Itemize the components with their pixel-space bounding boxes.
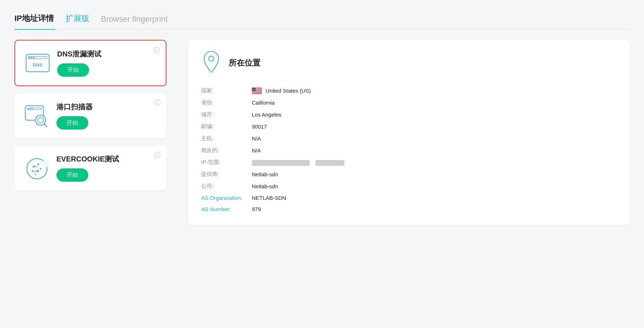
port-icon bbox=[25, 105, 49, 127]
field-value-provider: Netlab-sdn bbox=[252, 168, 617, 180]
ip-range-blurred bbox=[252, 160, 310, 166]
country-value: United States (US) bbox=[266, 88, 311, 94]
evercookie-help-icon[interactable]: ⓘ bbox=[154, 151, 161, 159]
dns-leak-card: ⓘ DNS DNS泄漏测试 开始 bbox=[14, 40, 166, 86]
main-content: ⓘ DNS DNS泄漏测试 开始 bbox=[14, 40, 630, 225]
svg-rect-29 bbox=[252, 92, 262, 92]
svg-point-18 bbox=[32, 170, 34, 172]
tab-browser-fp[interactable]: Browser fingerprint bbox=[101, 10, 179, 29]
table-row: 主机: N/A bbox=[201, 133, 617, 144]
dns-card-title: DNS泄漏测试 bbox=[57, 49, 101, 59]
svg-text:★★★: ★★★ bbox=[252, 88, 258, 89]
table-row: 邮编: 90017 bbox=[201, 121, 617, 133]
tabs-bar: IP地址详情 扩展版 Browser fingerprint bbox=[14, 9, 630, 30]
left-panel: ⓘ DNS DNS泄漏测试 开始 bbox=[14, 40, 166, 225]
svg-point-22 bbox=[209, 56, 214, 61]
field-value-province: California bbox=[252, 97, 617, 109]
table-row: 公司: Netlab-sdn bbox=[201, 180, 617, 192]
location-pin-icon bbox=[201, 50, 221, 76]
svg-line-13 bbox=[44, 124, 47, 127]
table-row: 省份: California bbox=[201, 97, 617, 109]
field-label-company: 公司: bbox=[201, 180, 252, 192]
port-card-title: 港口扫描器 bbox=[56, 102, 93, 112]
port-scanner-card: ⓘ 港口扫描器 开始 bbox=[14, 93, 166, 138]
evercookie-card: ⓘ bbox=[14, 146, 166, 190]
field-value-asorg: NETLAB-SDN bbox=[252, 192, 617, 203]
svg-point-9 bbox=[30, 108, 31, 109]
field-value-country: ★★ ★★★ United States (US) bbox=[252, 85, 617, 97]
field-label-asorg: AS Organization: bbox=[201, 192, 252, 203]
port-start-button[interactable]: 开始 bbox=[56, 116, 88, 130]
svg-text:DNS: DNS bbox=[33, 62, 43, 68]
field-value-reverse: N/A bbox=[252, 144, 617, 156]
svg-point-2 bbox=[29, 57, 30, 58]
svg-point-3 bbox=[31, 57, 32, 58]
field-value-company: Netlab-sdn bbox=[252, 180, 617, 192]
field-label-provider: 提供商: bbox=[201, 168, 252, 180]
svg-rect-28 bbox=[252, 91, 262, 91]
location-title: 所在位置 bbox=[229, 58, 260, 68]
table-row: 城市: Los Angeles bbox=[201, 109, 617, 121]
field-label-zip: 邮编: bbox=[201, 121, 252, 133]
evercookie-card-body: EVERCOOKIE测试 开始 bbox=[56, 154, 119, 182]
tab-extended[interactable]: 扩展版 bbox=[65, 9, 101, 29]
us-flag-icon: ★★ ★★★ bbox=[252, 88, 262, 94]
dns-start-button[interactable]: 开始 bbox=[57, 63, 89, 77]
field-label-asnumber: AS Number: bbox=[201, 203, 252, 215]
dns-help-icon[interactable]: ⓘ bbox=[153, 46, 160, 54]
location-info-table: 国家: bbox=[201, 85, 617, 215]
field-value-asnumber: 979 bbox=[252, 203, 617, 215]
evercookie-card-title: EVERCOOKIE测试 bbox=[56, 154, 119, 164]
svg-point-15 bbox=[42, 160, 49, 167]
right-panel: 所在位置 国家: bbox=[188, 40, 630, 225]
svg-point-4 bbox=[33, 57, 34, 58]
svg-point-21 bbox=[35, 174, 36, 175]
field-value-zip: 90017 bbox=[252, 121, 617, 133]
port-help-icon[interactable]: ⓘ bbox=[154, 98, 161, 107]
dns-card-body: DNS泄漏测试 开始 bbox=[57, 49, 101, 77]
port-card-body: 港口扫描器 开始 bbox=[56, 102, 93, 130]
cookie-icon bbox=[25, 156, 49, 180]
field-label-host: 主机: bbox=[201, 133, 252, 144]
field-label-iprange: IP-范围: bbox=[201, 156, 252, 168]
table-row: AS Number: 979 bbox=[201, 203, 617, 215]
table-row: 相反的: N/A bbox=[201, 144, 617, 156]
evercookie-start-button[interactable]: 开始 bbox=[56, 168, 88, 182]
field-label-country: 国家: bbox=[201, 85, 252, 97]
field-label-province: 省份: bbox=[201, 97, 252, 109]
table-row: IP-范围: bbox=[201, 156, 617, 168]
field-label-reverse: 相反的: bbox=[201, 144, 252, 156]
svg-point-17 bbox=[38, 164, 39, 165]
svg-rect-30 bbox=[252, 93, 262, 93]
table-row: AS Organization: NETLAB-SDN bbox=[201, 192, 617, 203]
table-row: 国家: bbox=[201, 85, 617, 97]
svg-point-23 bbox=[208, 71, 215, 74]
ip-range-blurred-2 bbox=[315, 160, 344, 166]
field-value-iprange bbox=[252, 156, 617, 168]
svg-point-8 bbox=[28, 108, 29, 109]
svg-point-10 bbox=[32, 108, 33, 109]
dns-icon: DNS bbox=[25, 54, 50, 72]
field-label-city: 城市: bbox=[201, 109, 252, 121]
location-header: 所在位置 bbox=[201, 50, 617, 76]
table-row: 提供商: Netlab-sdn bbox=[201, 168, 617, 180]
svg-point-20 bbox=[40, 168, 42, 170]
field-value-host: N/A bbox=[252, 133, 617, 144]
field-value-city: Los Angeles bbox=[252, 109, 617, 121]
tab-ip-detail[interactable]: IP地址详情 bbox=[14, 9, 65, 29]
